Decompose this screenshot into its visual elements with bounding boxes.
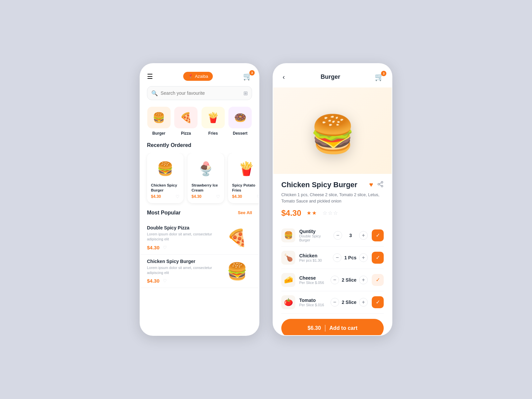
popular-item-0-heart[interactable]: ♡ (163, 245, 167, 250)
pizza-label: Pizza (181, 131, 191, 136)
recent-item-2[interactable]: 🍟 Spicy Potato Fries $4.30 ♡ (228, 153, 259, 203)
recent-item-2-name: Spicy Potato Fries (232, 183, 259, 193)
chicken-control: − 1 Pcs + (333, 253, 368, 262)
quantity-plus[interactable]: + (359, 231, 368, 240)
add-to-cart-label: Add to cart (330, 325, 357, 331)
product-hero-emoji: 🍔 (310, 113, 355, 156)
customization-list: 🍔 Quntity Double Spicy Burger − 3 + ✓ 🍗 … (273, 224, 392, 314)
recent-item-0-name: Chicken Spicy Burger (151, 183, 180, 193)
category-dessert[interactable]: 🍩 Dessert (228, 107, 252, 136)
recent-item-1-image: 🍨 (192, 157, 220, 180)
tomato-minus[interactable]: − (331, 298, 339, 307)
tomato-plus[interactable]: + (359, 298, 368, 307)
most-popular-title: Most Popular (147, 210, 181, 216)
right-phone: ‹ Burger 🛒 3 🍔 Chicken Spicy Burger ♥ (273, 63, 392, 336)
recent-item-0-bottom: $4.30 ♡ (151, 194, 180, 199)
popular-item-0-bottom: $4.30 ♡ (147, 245, 222, 250)
cheese-check[interactable]: ✓ (372, 274, 384, 286)
popular-item-1-heart[interactable]: ♡ (163, 278, 167, 283)
cheese-value: 2 Slice (342, 277, 356, 283)
most-popular-header: Most Popular See All (140, 210, 259, 221)
add-to-cart-button[interactable]: $6.30 Add to cart (281, 319, 384, 336)
popular-item-0-info: Double Spicy Pizza Lorem ipsum dolor sit… (147, 225, 222, 250)
burger-label: Burger (152, 131, 165, 136)
right-cart-button[interactable]: 🛒 3 (375, 73, 384, 81)
fries-label: Fries (208, 131, 218, 136)
chicken-name: Chicken (299, 253, 329, 258)
recent-item-2-price: $4.30 (232, 194, 242, 199)
product-stars-empty: ☆☆☆ (323, 210, 338, 216)
category-burger[interactable]: 🍔 Burger (147, 107, 171, 136)
quantity-control: − 3 + (333, 231, 368, 240)
quantity-value: 3 (345, 233, 356, 238)
popular-item-1[interactable]: Chicken Spicy Burger Lorem ipsum dolor s… (140, 255, 259, 288)
recent-item-0-price: $4.30 (151, 194, 161, 199)
search-input[interactable] (147, 86, 252, 100)
cheese-plus[interactable]: + (359, 276, 368, 284)
recent-item-0-image: 🍔 (151, 157, 180, 180)
see-all-button[interactable]: See All (238, 210, 252, 215)
cart-divider (325, 325, 326, 332)
share-button[interactable] (377, 181, 384, 189)
chicken-info: Chicken Per pcs $1.30 (299, 253, 329, 262)
svg-line-4 (379, 183, 381, 184)
custom-item-tomato: 🍅 Tomato Per Slice $.016 − 2 Slice + ✓ (281, 291, 384, 314)
search-icon: 🔍 (151, 90, 158, 96)
svg-point-2 (381, 185, 383, 187)
product-title-row: Chicken Spicy Burger ♥ (281, 181, 384, 189)
recent-item-1[interactable]: 🍨 Strawberry Ice Cream $4.30 ♡ (188, 153, 224, 203)
location-pin-icon: 📍 (188, 74, 193, 79)
filter-icon[interactable]: ⊞ (243, 90, 248, 96)
tomato-check[interactable]: ✓ (372, 296, 384, 308)
tomato-sub: Per Slice $.016 (299, 303, 327, 307)
chicken-check[interactable]: ✓ (372, 252, 384, 264)
recent-item-2-heart[interactable]: ♡ (257, 194, 259, 199)
fries-category-icon: 🍟 (201, 107, 225, 128)
popular-item-0-name: Double Spicy Pizza (147, 225, 222, 230)
quantity-check[interactable]: ✓ (372, 229, 384, 241)
cart-button[interactable]: 🛒 3 (243, 72, 252, 81)
svg-line-3 (379, 185, 381, 186)
back-button[interactable]: ‹ (281, 72, 286, 82)
menu-icon[interactable]: ☰ (147, 72, 153, 80)
dessert-category-icon: 🍩 (228, 107, 252, 128)
recent-item-0-heart[interactable]: ♡ (176, 194, 180, 199)
product-hero: 🍔 (273, 87, 392, 174)
tomato-control: − 2 Slice + (331, 298, 368, 307)
chicken-icon: 🍗 (281, 251, 295, 265)
quantity-minus[interactable]: − (333, 231, 342, 240)
recent-item-2-bottom: $4.30 ♡ (232, 194, 259, 199)
pizza-category-icon: 🍕 (174, 107, 198, 128)
svg-point-0 (381, 181, 383, 183)
chicken-sub: Per pcs $1.30 (299, 258, 329, 262)
product-stars-filled: ★★ (307, 210, 317, 216)
quantity-icon: 🍔 (281, 228, 295, 242)
category-fries[interactable]: 🍟 Fries (201, 107, 225, 136)
right-cart-badge: 3 (381, 71, 386, 76)
product-info: Chicken Spicy Burger ♥ Chicken 1 pcs, Ch… (273, 174, 392, 218)
recent-item-0[interactable]: 🍔 Chicken Spicy Burger $4.30 ♡ (147, 153, 184, 203)
recent-item-2-image: 🍟 (232, 157, 259, 180)
category-pizza[interactable]: 🍕 Pizza (174, 107, 198, 136)
recent-item-1-heart[interactable]: ♡ (216, 194, 220, 199)
favorite-button[interactable]: ♥ (369, 181, 373, 189)
recently-ordered-title: Recently Ordered (140, 142, 259, 153)
quantity-sub: Double Spicy Burger (299, 234, 330, 242)
product-price-row: $4.30 ★★☆☆☆ (281, 208, 384, 218)
chicken-minus[interactable]: − (333, 253, 341, 262)
chicken-plus[interactable]: + (359, 253, 368, 262)
product-price: $4.30 (281, 208, 301, 218)
popular-item-1-bottom: $4.30 ♡ (147, 278, 222, 284)
svg-point-1 (378, 183, 380, 185)
product-actions: ♥ (369, 181, 384, 189)
popular-item-0[interactable]: Double Spicy Pizza Lorem ipsum dolor sit… (140, 221, 259, 255)
cheese-minus[interactable]: − (331, 276, 339, 284)
location-badge[interactable]: 📍 Azaiba (183, 72, 213, 81)
tomato-info: Tomato Per Slice $.016 (299, 298, 327, 307)
recent-item-1-bottom: $4.30 ♡ (192, 194, 220, 199)
left-header: ☰ 📍 Azaiba 🛒 3 (140, 64, 259, 86)
cheese-info: Cheese Per Slice $.056 (299, 275, 327, 285)
screens-container: ☰ 📍 Azaiba 🛒 3 🔍 ⊞ 🍔 Burger 🍕 P (126, 50, 406, 349)
categories-row: 🍔 Burger 🍕 Pizza 🍟 Fries 🍩 Dessert (140, 107, 259, 142)
cheese-icon: 🧀 (281, 273, 295, 287)
